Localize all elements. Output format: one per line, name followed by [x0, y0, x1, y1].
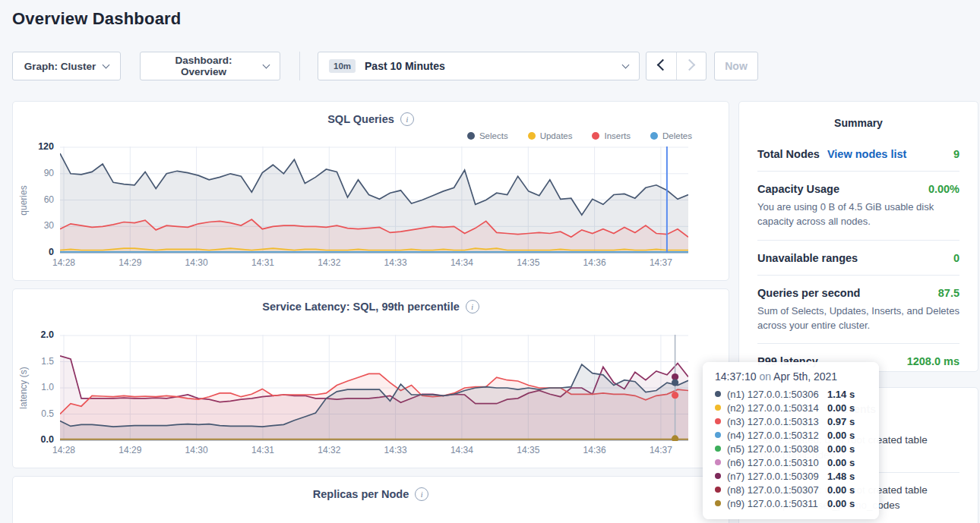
y-tick-label: 0.0: [25, 434, 54, 445]
y-tick-label: 1.5: [25, 356, 54, 367]
tooltip-node-label: (n8) 127.0.0.1:50307: [727, 484, 827, 496]
legend-dot-icon: [592, 132, 599, 140]
summary-desc: Sum of Selects, Updates, Inserts, and De…: [757, 304, 959, 333]
now-button[interactable]: Now: [714, 52, 758, 80]
time-prev-button[interactable]: [646, 52, 677, 80]
legend-item-deletes[interactable]: Deletes: [650, 131, 692, 140]
summary-row-head: Queries per second87.5: [757, 287, 959, 299]
sql-queries-legend: SelectsUpdatesInsertsDeletes: [467, 131, 692, 140]
summary-row-0: Total NodesView nodes list9: [757, 137, 959, 171]
x-tick-label: 14:34: [445, 445, 479, 455]
summary-value: 9: [953, 148, 959, 160]
legend-dot-icon: [528, 132, 536, 140]
tooltip-node-row: (n4) 127.0.0.1:503120.00 s: [715, 428, 867, 442]
summary-row-2: Unavailable ranges0: [757, 240, 959, 275]
summary-title: Summary: [757, 117, 959, 129]
summary-label: Total Nodes: [757, 148, 820, 160]
time-range-dropdown[interactable]: 10m Past 10 Minutes: [318, 52, 640, 80]
x-tick-label: 14:32: [312, 257, 346, 268]
tooltip-node-row: (n3) 127.0.0.1:503130.97 s: [715, 414, 867, 428]
time-step-group: [646, 52, 707, 80]
summary-label: Capacity Usage: [757, 183, 839, 195]
x-tick-label: 14:28: [47, 257, 81, 268]
chevron-down-icon: [622, 61, 630, 69]
summary-row-1: Capacity Usage0.00%You are using 0 B of …: [757, 171, 959, 240]
chevron-down-icon: [103, 61, 110, 69]
graph-dropdown[interactable]: Graph: Cluster: [12, 52, 121, 80]
legend-item-updates[interactable]: Updates: [528, 131, 573, 140]
tooltip-node-label: (n2) 127.0.0.1:50314: [727, 402, 827, 414]
y-tick-label: 1.0: [25, 382, 54, 392]
info-icon[interactable]: [466, 300, 479, 313]
chart-title: Service Latency: SQL, 99th percentile: [262, 301, 460, 313]
legend-item-selects[interactable]: Selects: [467, 131, 508, 140]
series-dot-icon: [715, 459, 721, 465]
sql-queries-plot[interactable]: 14:2814:2914:3014:3114:3214:3314:3414:35…: [60, 147, 688, 254]
summary-panel: Summary Total NodesView nodes list9Capac…: [738, 101, 978, 372]
chevron-down-icon: [263, 61, 270, 69]
x-tick-label: 14:37: [644, 445, 678, 455]
x-tick-label: 14:36: [578, 445, 612, 455]
info-icon[interactable]: [415, 487, 428, 501]
time-next-button[interactable]: [677, 52, 707, 80]
tooltip-node-row: (n8) 127.0.0.1:503070.00 s: [715, 483, 867, 496]
tooltip-timestamp: 14:37:10 on Apr 5th, 2021: [715, 370, 867, 383]
chart-hover-tooltip: 14:37:10 on Apr 5th, 2021 (n1) 127.0.0.1…: [703, 362, 879, 519]
legend-label: Updates: [540, 131, 573, 140]
summary-row-head: Unavailable ranges0: [757, 252, 959, 264]
page-title: Overview Dashboard: [12, 9, 181, 29]
dashboard-dropdown[interactable]: Dashboard: Overview: [140, 52, 280, 80]
controls-divider: [299, 52, 300, 80]
service-latency-title-row: Service Latency: SQL, 99th percentile: [13, 300, 729, 313]
tooltip-node-label: (n7) 127.0.0.1:50309: [727, 471, 827, 482]
x-tick-label: 14:29: [113, 445, 147, 455]
summary-row-head: Capacity Usage0.00%: [757, 183, 959, 195]
x-tick-label: 14:32: [312, 445, 346, 455]
dashboard-dropdown-label: Dashboard: Overview: [151, 55, 256, 77]
summary-value: 0: [953, 252, 959, 264]
tooltip-time: 14:37:10: [715, 370, 757, 383]
x-tick-label: 14:33: [379, 257, 413, 268]
summary-label: Unavailable ranges: [757, 252, 858, 264]
summary-link[interactable]: View nodes list: [827, 148, 907, 160]
summary-value: 1208.0 ms: [907, 355, 959, 367]
y-tick-label: 2.0: [25, 329, 54, 340]
summary-value: 0.00%: [928, 183, 959, 195]
legend-label: Selects: [479, 131, 508, 140]
x-tick-label: 14:36: [578, 257, 612, 268]
series-dot-icon: [715, 446, 721, 452]
y-tick-label: 90: [25, 168, 54, 178]
plot-0-svg: [60, 147, 688, 254]
legend-item-inserts[interactable]: Inserts: [592, 131, 631, 140]
y-tick-label: 30: [25, 220, 54, 231]
tooltip-node-value: 0.97 s: [827, 416, 867, 427]
tooltip-node-label: (n1) 127.0.0.1:50306: [727, 389, 827, 400]
sql-queries-card: SQL Queries SelectsUpdatesInsertsDeletes…: [12, 101, 729, 281]
tooltip-node-row: (n9) 127.0.0.1:503110.00 s: [715, 496, 867, 510]
legend-label: Deletes: [662, 131, 692, 140]
replicas-title-row: Replicas per Node: [13, 487, 729, 501]
tooltip-node-label: (n4) 127.0.0.1:50312: [727, 430, 827, 441]
summary-row-head: Total NodesView nodes list9: [757, 148, 959, 160]
x-tick-label: 14:33: [379, 445, 413, 455]
tooltip-node-row: (n2) 127.0.0.1:503140.00 s: [715, 401, 867, 414]
tooltip-node-label: (n6) 127.0.0.1:50310: [727, 457, 827, 468]
sql-queries-title-row: SQL Queries: [13, 112, 729, 126]
legend-dot-icon: [650, 132, 658, 140]
series-dot-icon: [715, 487, 721, 493]
series-dot-icon: [715, 500, 721, 506]
tooltip-node-value: 0.00 s: [827, 484, 867, 496]
service-latency-plot[interactable]: 14:2814:2914:3014:3114:3214:3314:3414:35…: [60, 335, 688, 441]
y-tick-label: 0.5: [25, 408, 54, 419]
tooltip-node-value: 1.14 s: [827, 389, 867, 400]
tooltip-node-value: 0.00 s: [827, 457, 867, 468]
summary-value: 87.5: [938, 287, 959, 299]
tooltip-node-value: 0.00 s: [827, 443, 867, 455]
y-tick-label: 0: [25, 247, 54, 257]
time-range-label: Past 10 Minutes: [365, 60, 445, 72]
tooltip-rows: (n1) 127.0.0.1:503061.14 s(n2) 127.0.0.1…: [715, 387, 867, 510]
x-tick-label: 14:30: [180, 257, 213, 268]
tooltip-node-row: (n6) 127.0.0.1:503100.00 s: [715, 455, 867, 469]
series-dot-icon: [715, 432, 721, 438]
info-icon[interactable]: [400, 112, 414, 126]
